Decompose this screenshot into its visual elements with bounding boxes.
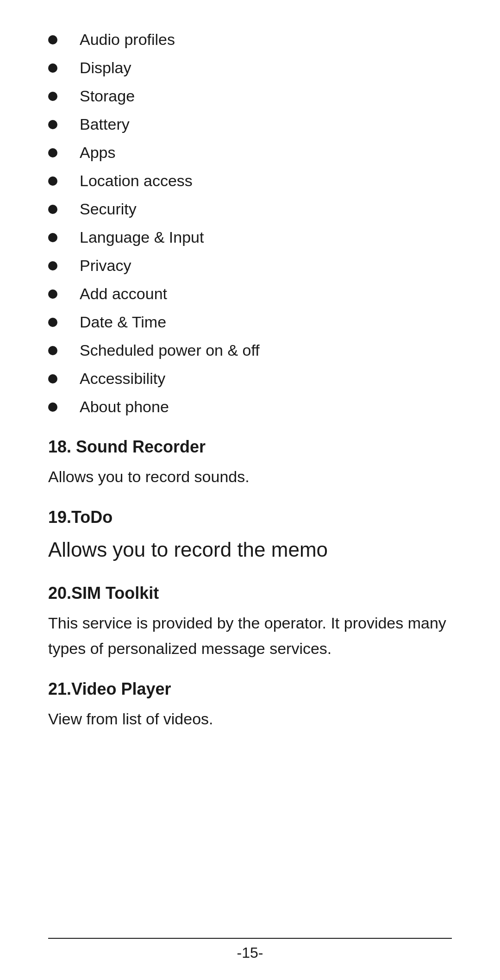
list-item-text: Apps — [80, 141, 116, 164]
list-item-text: Date & Time — [80, 310, 166, 334]
bullet-dot-icon — [48, 148, 57, 157]
page-content: Audio profilesDisplayStorageBatteryAppsL… — [0, 0, 500, 784]
list-item: Storage — [48, 84, 452, 108]
list-item: Scheduled power on & off — [48, 339, 452, 362]
section-heading-video-player: 21.Video Player — [48, 679, 452, 699]
list-item-text: Privacy — [80, 254, 131, 277]
list-item-text: Security — [80, 197, 137, 221]
bullet-dot-icon — [48, 402, 57, 412]
section-video-player: 21.Video PlayerView from list of videos. — [48, 679, 452, 731]
section-body-todo: Allows you to record the memo — [48, 534, 452, 565]
section-body-sound-recorder: Allows you to record sounds. — [48, 464, 452, 489]
list-item-text: About phone — [80, 395, 169, 419]
list-item-text: Location access — [80, 169, 193, 193]
list-item: Apps — [48, 141, 452, 164]
bullet-dot-icon — [48, 346, 57, 355]
list-item-text: Battery — [80, 113, 130, 136]
section-sim-toolkit: 20.SIM ToolkitThis service is provided b… — [48, 584, 452, 661]
bullet-dot-icon — [48, 176, 57, 186]
list-item-text: Add account — [80, 282, 167, 306]
bullet-dot-icon — [48, 233, 57, 242]
list-item-text: Storage — [80, 84, 135, 108]
list-item: Date & Time — [48, 310, 452, 334]
list-item: Audio profiles — [48, 28, 452, 51]
list-item: Display — [48, 56, 452, 80]
bullet-dot-icon — [48, 120, 57, 129]
bullet-dot-icon — [48, 63, 57, 73]
list-item: Battery — [48, 113, 452, 136]
page-number: -15- — [237, 944, 263, 961]
section-sound-recorder: 18. Sound RecorderAllows you to record s… — [48, 437, 452, 489]
list-item-text: Accessibility — [80, 367, 165, 390]
list-item-text: Audio profiles — [80, 28, 175, 51]
list-item-text: Display — [80, 56, 131, 80]
list-item: Accessibility — [48, 367, 452, 390]
bullet-dot-icon — [48, 289, 57, 299]
section-body-video-player: View from list of videos. — [48, 706, 452, 731]
section-heading-sound-recorder: 18. Sound Recorder — [48, 437, 452, 457]
section-body-sim-toolkit: This service is provided by the operator… — [48, 610, 452, 661]
bullet-dot-icon — [48, 205, 57, 214]
list-item: Language & Input — [48, 226, 452, 249]
bullet-dot-icon — [48, 318, 57, 327]
section-todo: 19.ToDoAllows you to record the memo — [48, 508, 452, 565]
bullet-dot-icon — [48, 92, 57, 101]
bullet-dot-icon — [48, 261, 57, 270]
bullet-dot-icon — [48, 35, 57, 44]
bullet-dot-icon — [48, 374, 57, 383]
list-item: Privacy — [48, 254, 452, 277]
list-item-text: Language & Input — [80, 226, 204, 249]
page-footer: -15- — [0, 938, 500, 961]
section-heading-todo: 19.ToDo — [48, 508, 452, 527]
list-item: Security — [48, 197, 452, 221]
list-item: About phone — [48, 395, 452, 419]
bullet-list: Audio profilesDisplayStorageBatteryAppsL… — [48, 28, 452, 419]
footer-divider — [48, 938, 452, 939]
section-heading-sim-toolkit: 20.SIM Toolkit — [48, 584, 452, 603]
list-item: Add account — [48, 282, 452, 306]
list-item-text: Scheduled power on & off — [80, 339, 260, 362]
list-item: Location access — [48, 169, 452, 193]
